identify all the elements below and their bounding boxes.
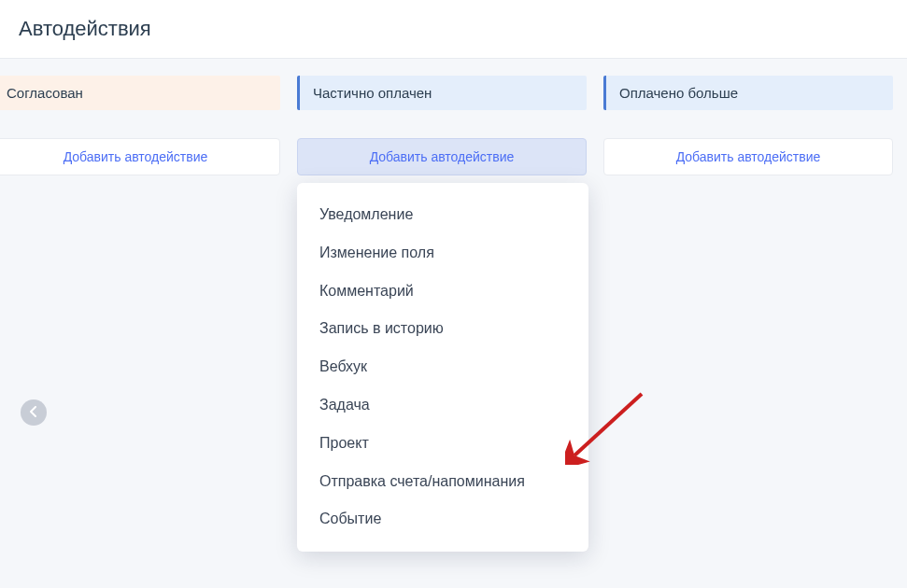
add-autoaction-button-partially-paid[interactable]: Добавить автодействие	[297, 138, 587, 175]
menu-item-history-entry[interactable]: Запись в историю	[297, 310, 588, 348]
page-title: Автодействия	[19, 17, 888, 41]
menu-item-field-change[interactable]: Изменение поля	[297, 234, 588, 273]
chevron-left-icon	[29, 404, 38, 421]
columns-container: Согласован Добавить автодействие Частичн…	[0, 59, 907, 192]
menu-item-notification[interactable]: Уведомление	[297, 196, 588, 234]
scroll-left-button	[21, 399, 47, 426]
menu-item-send-invoice-reminder[interactable]: Отправка счета/напоминания	[297, 463, 588, 501]
autoaction-type-dropdown: Уведомление Изменение поля Комментарий З…	[297, 183, 588, 552]
page-header: Автодействия	[0, 0, 907, 59]
column-header-partially-paid[interactable]: Частично оплачен	[297, 76, 587, 110]
menu-item-event[interactable]: Событие	[297, 500, 588, 539]
column-header-approved[interactable]: Согласован	[0, 76, 280, 110]
column-partially-paid: Частично оплачен Добавить автодействие	[297, 76, 587, 175]
menu-item-comment[interactable]: Комментарий	[297, 273, 588, 311]
column-header-overpaid[interactable]: Оплачено больше	[603, 76, 893, 110]
column-approved: Согласован Добавить автодействие	[0, 76, 280, 175]
menu-item-webhook[interactable]: Вебхук	[297, 348, 588, 386]
column-overpaid: Оплачено больше Добавить автодействие	[603, 76, 893, 175]
add-autoaction-button-approved[interactable]: Добавить автодействие	[0, 138, 280, 175]
add-autoaction-button-overpaid[interactable]: Добавить автодействие	[603, 138, 893, 175]
menu-item-project[interactable]: Проект	[297, 425, 588, 463]
menu-item-task[interactable]: Задача	[297, 386, 588, 425]
